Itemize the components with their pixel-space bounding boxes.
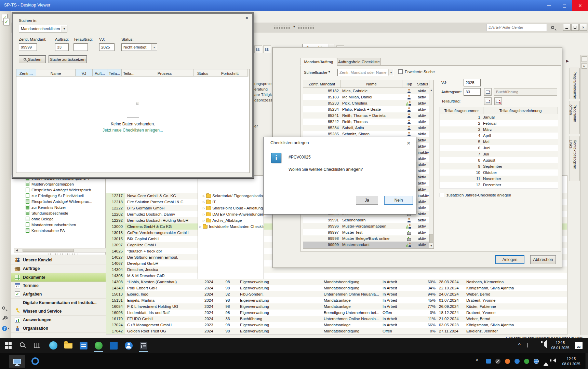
tree-item[interactable]: Mustervorgangsmappen xyxy=(11,181,105,187)
sidebar-item[interactable]: Organisation xyxy=(11,324,106,333)
tree-item[interactable]: zur Erledigung S+P individuell xyxy=(11,193,105,199)
scroll-up-icon[interactable]: ▲ xyxy=(429,88,433,93)
nein-button[interactable]: Nein xyxy=(384,196,413,205)
column-header[interactable]: Teila... xyxy=(122,69,136,77)
vj-input[interactable]: 2025 xyxy=(464,79,481,86)
help-icon[interactable]: ?▾ xyxy=(2,325,10,332)
scrollbar-thumb[interactable] xyxy=(429,234,433,243)
folder-item[interactable]: ▷ DATEV Online-Anwendungen xyxy=(198,211,264,217)
suchen-button[interactable]: Suchen xyxy=(19,55,46,63)
tree-item[interactable]: zur Kenntnis Nutzer xyxy=(11,204,105,210)
table-row[interactable]: 16096 Lindenblatt, Iris und Ralf 2024 98… xyxy=(106,310,567,316)
local-clock[interactable]: 12:15 08.01.2025 xyxy=(559,356,583,367)
client-row[interactable]: 99997 Muster Test aktiv xyxy=(303,229,433,235)
sidebar-item[interactable]: Aufträge xyxy=(11,264,106,273)
tab-mandant-auftrag[interactable]: Mandant/Auftrag xyxy=(300,58,337,66)
taskbar-app-icon[interactable] xyxy=(93,340,104,351)
client-row[interactable]: 99991 Schönenborn aktiv xyxy=(303,217,433,223)
tree-item[interactable]: Kenntnisnahme PA xyxy=(11,228,105,233)
help-center-search-input[interactable]: DATEV Hilfe-Center xyxy=(486,24,547,31)
app-restore-button[interactable] xyxy=(571,24,579,31)
monitor-tray-icon[interactable] xyxy=(527,343,528,347)
table-row[interactable]: 17042 Golden Root Trust UG 2024 98 Eigen… xyxy=(106,328,567,334)
tab-auftragsfreie-checkliste[interactable]: Auftragsfreie Checkliste xyxy=(337,58,381,66)
folder-item[interactable]: ▷ IT xyxy=(198,199,264,205)
wifi-icon[interactable] xyxy=(543,359,549,367)
taskbar-app-icon[interactable] xyxy=(108,340,119,351)
tree-item[interactable]: Stundungsbescheide xyxy=(11,210,105,216)
tab-programm-oeffnen[interactable]: Programm öffnen xyxy=(570,101,580,134)
show-desktop-strip[interactable] xyxy=(586,353,588,369)
expand-arrow-icon[interactable]: ▷ xyxy=(203,207,205,210)
tree-horizontal-scrollbar[interactable]: ◀ ▶ xyxy=(14,248,114,252)
pane-forward-icon[interactable]: ▶ xyxy=(564,58,571,64)
menu-icon[interactable]: ☰ xyxy=(582,56,587,62)
taskbar-search-icon[interactable] xyxy=(20,342,25,347)
extended-search-checkbox[interactable] xyxy=(398,69,403,74)
expand-arrow-icon[interactable]: ▷ xyxy=(199,225,201,228)
month-row[interactable]: 5 Mai xyxy=(440,139,558,145)
table-row[interactable]: 15013 Eiberg, Ingo 2024 32 Fibu-Sonderl.… xyxy=(106,291,567,297)
column-header[interactable]: VJ xyxy=(76,69,93,77)
month-row[interactable]: 9 September xyxy=(440,163,558,169)
quick-search-dropdown-icon[interactable]: ▼ xyxy=(328,70,331,73)
search-in-dropdown[interactable]: Mandantenchecklisten▼ xyxy=(19,25,67,32)
tree-item[interactable]: ohne Belege xyxy=(11,216,105,222)
scrollbar-thumb[interactable] xyxy=(23,249,74,252)
abbrechen-button[interactable]: Abbrechen xyxy=(530,255,556,264)
client-row[interactable]: 85234 Philip, Patrick + Beate aktiv xyxy=(303,106,433,112)
table-row[interactable]: 16170 FEURO GmbH 2024 33 Buchführung Unt… xyxy=(106,316,567,322)
help-search-icon[interactable] xyxy=(548,24,557,31)
taskbar-app-icon[interactable] xyxy=(63,340,74,351)
table-row[interactable]: 14305 M & M Drescher GbR xyxy=(106,273,567,279)
month-row[interactable]: 12 Dezember xyxy=(440,182,558,188)
column-header[interactable]: Teila... xyxy=(107,69,122,77)
column-header[interactable]: Status xyxy=(416,80,429,88)
tray-icon-green[interactable] xyxy=(524,359,529,365)
taskbar-app-icon[interactable] xyxy=(123,340,134,351)
client-row[interactable]: 85233 Pick, Christina aktiv xyxy=(303,100,433,106)
client-row[interactable]: 85242 Reith, Thomas aktiv xyxy=(303,119,433,125)
volume-tray-icon[interactable] xyxy=(542,342,547,346)
minimize-button[interactable] xyxy=(541,0,557,11)
scroll-down-icon[interactable]: ▼ xyxy=(429,244,433,248)
column-header[interactable]: Status xyxy=(193,69,212,77)
client-row[interactable]: 85241 Reith, Thomas + Daniela aktiv xyxy=(303,112,433,119)
auftragsart-picker-icon[interactable] xyxy=(484,88,492,96)
status-dropdown[interactable]: Nicht erledigt▼ xyxy=(121,43,157,51)
client-table-scrollbar[interactable]: ▲ ▼ xyxy=(429,88,433,248)
desktop-viewer-taskbar-icon[interactable] xyxy=(9,355,25,368)
toolbar-grip-handle[interactable] xyxy=(273,25,291,29)
client-row[interactable]: 85182 Mies, Gabriele aktiv xyxy=(303,88,433,94)
column-header[interactable]: Zentr. Mandant xyxy=(303,80,341,88)
volume-icon[interactable] xyxy=(551,358,556,363)
scroll-left-icon[interactable]: ◀ xyxy=(14,249,19,252)
month-row[interactable]: 4 April xyxy=(440,133,558,139)
tools-wrench-icon[interactable]: ▾ xyxy=(2,315,10,322)
taskbar-app-icon[interactable] xyxy=(138,340,149,351)
tray-icon-orange[interactable] xyxy=(505,359,510,365)
remote-clock[interactable]: 12:15 08.01.2025 xyxy=(548,340,572,351)
column-header[interactable]: Typ xyxy=(402,80,416,88)
task-view-icon[interactable] xyxy=(34,343,40,348)
expand-arrow-icon[interactable]: ▷ xyxy=(203,201,205,204)
teilauftrag-input[interactable] xyxy=(74,43,88,51)
tree-item[interactable]: Mandantenrundschreiben xyxy=(11,222,105,228)
splitter-handle[interactable] xyxy=(48,253,79,255)
month-row[interactable]: 1 Januar xyxy=(440,114,558,120)
tray-expand-icon[interactable]: ^ xyxy=(476,358,478,363)
month-row[interactable]: 10 Oktober xyxy=(440,169,558,176)
tray-icon-globe[interactable] xyxy=(534,359,539,365)
vj-input[interactable]: 2025 xyxy=(99,43,115,51)
folder-item[interactable]: ▷ Sekretariat/ Eigenorganisation xyxy=(198,193,264,199)
zentr-mandant-input[interactable]: 99999 xyxy=(19,43,37,51)
sidebar-item[interactable]: Unsere Kanzlei xyxy=(11,256,106,264)
toolbar-grip-handle[interactable] xyxy=(297,25,315,29)
teilauftrag-clear-icon[interactable] xyxy=(494,97,502,105)
tab-kontextbezogene-links[interactable]: Kontextbezogene Links xyxy=(570,136,580,181)
sidebar-item[interactable]: Auswertungen xyxy=(11,316,106,324)
column-header[interactable]: Teilauftragsbezeichnung xyxy=(483,107,558,114)
folder-item[interactable]: ▷ Archiv_Altablage xyxy=(198,217,264,223)
month-row[interactable]: 7 Juli xyxy=(440,151,558,157)
auftragsart-input[interactable]: 33 xyxy=(464,88,481,96)
